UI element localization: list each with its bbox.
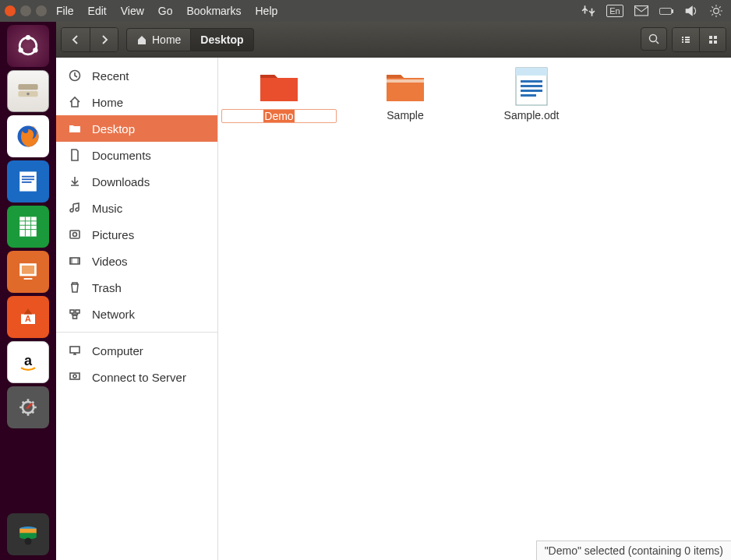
svg-rect-15 xyxy=(22,181,32,183)
sidebar-item-label: Home xyxy=(92,96,123,109)
body: Recent Home Desktop Documents Downloads … xyxy=(56,58,731,560)
view-grid-button[interactable] xyxy=(699,28,726,51)
file-label: Sample.odt xyxy=(504,109,560,122)
sidebar-item-label: Connect to Server xyxy=(92,371,186,384)
launcher-dash[interactable] xyxy=(7,25,49,67)
sidebar-item-label: Music xyxy=(92,202,122,215)
sound-indicator-icon[interactable] xyxy=(684,5,698,17)
nav-buttons xyxy=(61,27,118,52)
sidebar-home[interactable]: Home xyxy=(56,89,217,115)
file-rename-input[interactable]: Demo xyxy=(221,109,337,123)
path-home[interactable]: Home xyxy=(126,28,191,51)
path-home-label: Home xyxy=(152,33,181,46)
window-minimize-button[interactable] xyxy=(20,5,31,16)
mail-indicator-icon[interactable] xyxy=(634,5,648,17)
window-maximize-button[interactable] xyxy=(36,5,47,16)
window-close-button[interactable] xyxy=(5,5,16,16)
keyboard-indicator[interactable]: En xyxy=(606,5,623,17)
forward-button[interactable] xyxy=(90,28,118,51)
sidebar-desktop[interactable]: Desktop xyxy=(56,115,217,142)
svg-point-3 xyxy=(714,9,719,14)
launcher: A a xyxy=(0,22,56,560)
content-area[interactable]: Demo Sample Sample.odt "Demo" selected (… xyxy=(218,58,731,560)
sidebar-recent[interactable]: Recent xyxy=(56,62,217,89)
sidebar-connect-server[interactable]: Connect to Server xyxy=(56,364,217,390)
network-indicator-icon[interactable] xyxy=(581,5,595,17)
svg-rect-16 xyxy=(19,217,37,236)
view-list-button[interactable] xyxy=(673,28,699,51)
path-desktop-label: Desktop xyxy=(200,33,243,46)
svg-rect-37 xyxy=(516,68,547,76)
back-button[interactable] xyxy=(62,28,90,51)
sidebar-computer[interactable]: Computer xyxy=(56,337,217,364)
svg-point-24 xyxy=(650,35,657,42)
sidebar-pictures[interactable]: Pictures xyxy=(56,221,217,248)
svg-rect-8 xyxy=(18,84,37,90)
svg-rect-14 xyxy=(22,178,34,180)
menu-bookmarks[interactable]: Bookmarks xyxy=(186,5,241,17)
svg-rect-1 xyxy=(659,8,671,14)
sidebar: Recent Home Desktop Documents Downloads … xyxy=(56,58,218,560)
launcher-software[interactable]: A xyxy=(7,296,49,338)
window-controls xyxy=(0,5,47,16)
sidebar-item-label: Desktop xyxy=(92,122,135,136)
toolbar: Home Desktop xyxy=(56,22,731,58)
file-item-folder[interactable]: Sample xyxy=(358,69,452,122)
battery-indicator-icon[interactable] xyxy=(659,5,673,17)
sidebar-videos[interactable]: Videos xyxy=(56,248,217,274)
sidebar-item-label: Computer xyxy=(92,344,143,357)
system-indicator-icon[interactable] xyxy=(709,5,723,17)
pathbar: Home Desktop xyxy=(126,28,254,51)
sidebar-music[interactable]: Music xyxy=(56,195,217,221)
menu-help[interactable]: Help xyxy=(256,5,278,17)
sidebar-documents[interactable]: Documents xyxy=(56,142,217,168)
search-button[interactable] xyxy=(641,27,667,51)
launcher-writer[interactable] xyxy=(7,160,49,203)
svg-point-6 xyxy=(18,48,23,52)
menu-items: File Edit View Go Bookmarks Help xyxy=(56,5,277,17)
svg-rect-2 xyxy=(672,9,673,12)
svg-rect-32 xyxy=(70,347,79,353)
svg-rect-30 xyxy=(76,310,79,313)
view-mode-group xyxy=(672,27,726,52)
menubar: File Edit View Go Bookmarks Help En xyxy=(0,0,731,22)
menu-view[interactable]: View xyxy=(121,5,144,17)
launcher-trash-workspace[interactable] xyxy=(7,513,49,555)
document-icon xyxy=(510,69,553,104)
sidebar-item-label: Videos xyxy=(92,255,128,268)
sidebar-network[interactable]: Network xyxy=(56,301,217,327)
svg-rect-18 xyxy=(22,266,34,274)
file-item-folder[interactable]: Demo xyxy=(232,69,326,123)
svg-text:A: A xyxy=(25,314,31,323)
file-label: Sample xyxy=(387,109,423,122)
svg-point-10 xyxy=(26,93,30,96)
launcher-settings[interactable] xyxy=(7,386,49,428)
launcher-impress[interactable] xyxy=(7,251,49,293)
menu-go[interactable]: Go xyxy=(158,5,173,17)
sidebar-item-label: Pictures xyxy=(92,228,134,241)
sidebar-separator xyxy=(56,332,217,333)
launcher-firefox[interactable] xyxy=(7,115,49,157)
path-desktop[interactable]: Desktop xyxy=(191,28,253,51)
sidebar-item-label: Documents xyxy=(92,149,151,162)
sidebar-item-label: Network xyxy=(92,308,135,321)
svg-rect-35 xyxy=(387,79,424,83)
svg-text:a: a xyxy=(24,353,33,368)
launcher-files[interactable] xyxy=(7,70,49,112)
svg-point-7 xyxy=(33,48,37,52)
svg-point-23 xyxy=(25,538,32,545)
svg-rect-39 xyxy=(521,85,542,87)
file-item-document[interactable]: Sample.odt xyxy=(485,69,578,122)
menu-edit[interactable]: Edit xyxy=(88,5,107,17)
menu-file[interactable]: File xyxy=(56,5,74,17)
status-bar: "Demo" selected (containing 0 items) xyxy=(536,541,731,560)
sidebar-downloads[interactable]: Downloads xyxy=(56,168,217,195)
launcher-amazon[interactable]: a xyxy=(7,341,49,383)
svg-point-5 xyxy=(26,35,30,40)
sidebar-trash[interactable]: Trash xyxy=(56,274,217,301)
file-manager-window: Home Desktop Recent Home Desktop Documen… xyxy=(56,22,731,560)
launcher-calc[interactable] xyxy=(7,206,49,248)
svg-rect-0 xyxy=(635,6,648,16)
svg-rect-13 xyxy=(22,176,34,178)
sidebar-item-label: Trash xyxy=(92,281,122,294)
